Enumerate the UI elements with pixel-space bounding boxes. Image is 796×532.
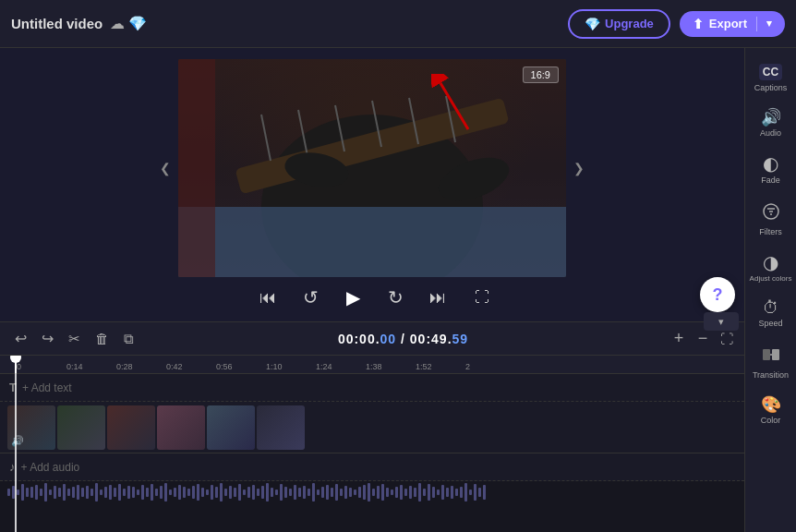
fullscreen-button[interactable]: ⛶ bbox=[475, 289, 489, 306]
preview-arrow-left[interactable]: ❮ bbox=[160, 161, 171, 175]
waveform-bar bbox=[86, 486, 89, 499]
zoom-out-button[interactable]: − bbox=[693, 329, 713, 349]
waveform-bar bbox=[261, 486, 264, 499]
waveform-bar bbox=[21, 484, 24, 501]
rewind-button[interactable]: ↺ bbox=[297, 284, 323, 310]
waveform-bar bbox=[17, 490, 19, 495]
add-audio-track[interactable]: ♪ + Add audio bbox=[0, 453, 744, 481]
sidebar-item-captions[interactable]: CC Captions bbox=[745, 56, 796, 100]
waveform-bar bbox=[474, 484, 476, 501]
sidebar-speed-label: Speed bbox=[758, 319, 782, 328]
main-area: ❮ bbox=[0, 48, 796, 532]
sidebar-item-adjust-colors[interactable]: ◑ Adjust colors bbox=[745, 246, 796, 290]
waveform-bar bbox=[446, 488, 449, 497]
upgrade-button[interactable]: 💎 Upgrade bbox=[568, 9, 670, 39]
preview-arrow-right[interactable]: ❯ bbox=[573, 161, 585, 175]
transition-icon bbox=[761, 345, 781, 368]
panel-expand-button[interactable]: ▾ bbox=[704, 312, 739, 331]
timeline-expand-button[interactable]: ⛶ bbox=[720, 332, 733, 346]
waveform-bar bbox=[90, 489, 93, 496]
svg-line-14 bbox=[440, 83, 468, 129]
waveform-bar bbox=[414, 488, 416, 497]
time-total: 00:49. bbox=[410, 332, 452, 346]
waveform-bar bbox=[49, 490, 52, 495]
ruler-mark: 1:52 bbox=[416, 362, 465, 373]
waveform-bar bbox=[160, 486, 163, 499]
volume-icon: 🔊 bbox=[11, 435, 24, 447]
right-sidebar: CC Captions 🔊 Audio ◐ Fade Filters bbox=[744, 48, 796, 532]
timeline-time-display: 00:00.00 / 00:49.59 bbox=[145, 332, 661, 346]
redo-button[interactable]: ↪ bbox=[38, 328, 57, 349]
sidebar-item-fade[interactable]: ◐ Fade bbox=[745, 147, 796, 192]
arrow-svg bbox=[431, 74, 477, 139]
waveform-bar bbox=[178, 485, 181, 500]
time-current-highlight: 00 bbox=[380, 332, 397, 346]
cloud-icon: ☁ bbox=[110, 15, 125, 32]
delete-button[interactable]: 🗑 bbox=[91, 329, 113, 348]
video-thumbnail bbox=[257, 405, 305, 450]
waveform-bar bbox=[455, 489, 458, 496]
waveform-bar bbox=[428, 484, 430, 501]
crown-icon: 💎 bbox=[128, 15, 147, 32]
waveform-bar bbox=[114, 488, 116, 497]
waveform-bar bbox=[377, 486, 380, 499]
play-button[interactable]: ▶ bbox=[340, 284, 366, 310]
zoom-controls: + − ⛶ bbox=[669, 329, 733, 349]
waveform-bar bbox=[169, 490, 172, 495]
waveform-bar bbox=[109, 485, 112, 500]
waveform-bar bbox=[234, 488, 236, 497]
waveform-bar bbox=[391, 490, 393, 495]
forward-button[interactable]: ↻ bbox=[382, 284, 408, 310]
waveform-bar bbox=[63, 484, 66, 501]
sidebar-item-color[interactable]: 🎨 Color bbox=[745, 389, 796, 432]
waveform-bar bbox=[372, 489, 375, 496]
undo-button[interactable]: ↩ bbox=[11, 328, 30, 349]
waveform-bar bbox=[183, 487, 186, 498]
sidebar-item-filters[interactable]: Filters bbox=[745, 194, 796, 244]
sidebar-item-transition[interactable]: Transition bbox=[745, 337, 796, 387]
waveform-bar bbox=[58, 488, 61, 497]
waveform-bar bbox=[335, 484, 338, 501]
add-text-track[interactable]: T + Add text bbox=[0, 374, 744, 402]
project-title: Untitled video bbox=[11, 16, 103, 31]
sidebar-audio-label: Audio bbox=[760, 128, 781, 138]
video-track: 🔊 bbox=[0, 402, 744, 453]
sidebar-transition-label: Transition bbox=[753, 370, 789, 380]
export-chevron-icon: ▾ bbox=[766, 18, 772, 30]
fade-icon: ◐ bbox=[763, 154, 778, 173]
timeline-ruler: 0 0:14 0:28 0:42 0:56 1:10 1:24 1:38 1:5… bbox=[0, 356, 744, 374]
sidebar-item-audio[interactable]: 🔊 Audio bbox=[745, 102, 796, 145]
waveform-bar bbox=[252, 485, 255, 500]
clone-button[interactable]: ⧉ bbox=[120, 329, 138, 349]
waveform-bar bbox=[104, 487, 107, 498]
waveform-bar bbox=[331, 488, 333, 497]
waveform-bar bbox=[67, 489, 70, 496]
waveform-bar bbox=[247, 487, 250, 498]
waveform-bar bbox=[238, 484, 241, 501]
waveform-bar bbox=[127, 486, 130, 499]
cut-button[interactable]: ✂ bbox=[65, 329, 84, 349]
video-frame bbox=[178, 59, 566, 277]
export-button[interactable]: ⬆ Export ▾ bbox=[680, 11, 785, 37]
waveform-bar bbox=[266, 483, 269, 502]
zoom-in-button[interactable]: + bbox=[669, 329, 689, 349]
waveform-bar bbox=[321, 487, 324, 498]
skip-forward-button[interactable]: ⏭ bbox=[425, 284, 451, 310]
timeline-area: 0 0:14 0:28 0:42 0:56 1:10 1:24 1:38 1:5… bbox=[0, 356, 744, 532]
color-icon: 🎨 bbox=[761, 396, 781, 413]
skip-back-button[interactable]: ⏮ bbox=[255, 284, 281, 310]
playhead[interactable] bbox=[15, 356, 17, 532]
time-total-highlight: 59 bbox=[452, 332, 469, 346]
waveform-bar bbox=[464, 483, 467, 502]
add-audio-label: + Add audio bbox=[21, 461, 80, 474]
waveform-bar bbox=[224, 489, 227, 496]
aspect-ratio-badge[interactable]: 16:9 bbox=[523, 66, 559, 83]
add-text-label: + Add text bbox=[22, 381, 72, 394]
waveform-bar bbox=[77, 485, 79, 500]
time-current: 00:00. bbox=[338, 332, 380, 346]
waveform-bar bbox=[192, 486, 195, 499]
help-button[interactable]: ? bbox=[700, 277, 735, 312]
sidebar-item-speed[interactable]: ⏱ Speed bbox=[745, 292, 796, 335]
waveform-bar bbox=[174, 488, 176, 497]
ruler-mark: 0:14 bbox=[66, 362, 116, 373]
